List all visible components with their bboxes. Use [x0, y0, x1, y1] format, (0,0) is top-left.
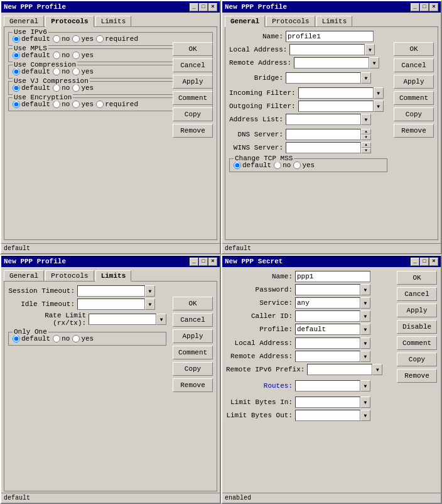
win1-encryption-yes-radio[interactable] [72, 101, 80, 108]
win1-copy-button[interactable]: Copy [173, 107, 213, 121]
win4-arrow-limitin[interactable]: ▼ [360, 397, 370, 408]
win1-remove-button[interactable]: Remove [173, 124, 213, 138]
win2-tcpmss-yes-radio[interactable] [293, 162, 301, 169]
win2-apply-button[interactable]: Apply [394, 75, 434, 89]
win3-onlyone-default-radio[interactable] [13, 335, 20, 342]
win1-compression-yes-radio[interactable] [72, 68, 80, 75]
win1-apply-button[interactable]: Apply [173, 75, 213, 89]
win3-onlyone-no-radio[interactable] [53, 335, 60, 342]
win4-input-callerid[interactable] [295, 310, 360, 322]
win3-input-idle[interactable] [77, 299, 145, 310]
win4-arrow-ipv6prefix[interactable]: ▼ [372, 364, 382, 375]
win2-tcpmss-no-radio[interactable] [274, 162, 281, 169]
win2-input-remote[interactable] [294, 57, 369, 68]
win4-disable-button[interactable]: Disable [397, 320, 437, 334]
win3-remove-button[interactable]: Remove [173, 378, 213, 392]
win1-vj-no-radio[interactable] [53, 84, 60, 92]
win3-maximize[interactable]: □ [199, 258, 208, 266]
win2-tab-limits[interactable]: Limits [316, 16, 353, 27]
win3-arrow-idle[interactable]: ▼ [145, 299, 155, 310]
win1-comment-button[interactable]: Comment [173, 91, 213, 105]
win2-input-addrlist[interactable] [286, 114, 361, 125]
win1-close[interactable]: × [208, 3, 217, 11]
win2-input-incoming[interactable] [298, 87, 374, 99]
win4-input-service[interactable] [295, 297, 360, 309]
win3-copy-button[interactable]: Copy [173, 362, 213, 376]
win4-arrow-password[interactable]: ▼ [360, 284, 370, 295]
win4-input-limitin[interactable] [295, 397, 360, 408]
win3-apply-button[interactable]: Apply [173, 329, 213, 343]
win4-comment-button[interactable]: Comment [397, 336, 437, 350]
win2-arrow-addrlist[interactable]: ▼ [361, 114, 371, 125]
win4-cancel-button[interactable]: Cancel [397, 287, 437, 301]
win4-input-name[interactable] [295, 271, 370, 282]
win2-input-bridge[interactable] [286, 72, 361, 84]
win2-spin-wins-up[interactable]: ▲ [361, 142, 371, 148]
win1-maximize[interactable]: □ [199, 3, 208, 11]
win2-arrow-bridge[interactable]: ▼ [361, 72, 371, 84]
win4-input-limitout[interactable] [295, 410, 360, 421]
win2-maximize[interactable]: □ [420, 3, 429, 11]
win3-comment-button[interactable]: Comment [173, 346, 213, 359]
win1-encryption-default-radio[interactable] [13, 101, 20, 108]
win2-tcpmss-default-radio[interactable] [234, 162, 241, 169]
win1-ok-button[interactable]: OK [173, 42, 213, 56]
win3-tab-general[interactable]: General [4, 270, 44, 282]
win4-arrow-limitout[interactable]: ▼ [360, 410, 370, 421]
win2-remove-button[interactable]: Remove [394, 124, 434, 138]
win2-ok-button[interactable]: OK [394, 42, 434, 56]
win3-cancel-button[interactable]: Cancel [173, 313, 213, 327]
win4-arrow-remoteaddr[interactable]: ▼ [360, 351, 370, 362]
win4-close[interactable]: × [429, 258, 438, 266]
win1-encryption-required-radio[interactable] [96, 101, 104, 108]
win2-spin-wins-down[interactable]: ▼ [361, 148, 371, 153]
win3-close[interactable]: × [208, 258, 217, 266]
win3-tab-protocols[interactable]: Protocols [45, 270, 94, 282]
win4-apply-button[interactable]: Apply [397, 304, 437, 317]
win2-input-outgoing[interactable] [298, 101, 374, 112]
win2-input-wins[interactable] [286, 142, 361, 153]
win2-tab-general[interactable]: General [225, 16, 265, 27]
win3-arrow-session[interactable]: ▼ [145, 285, 155, 297]
win4-arrow-routes[interactable]: ▼ [360, 380, 370, 392]
win4-ok-button[interactable]: OK [397, 271, 437, 285]
win1-vj-yes-radio[interactable] [72, 84, 80, 92]
win2-close[interactable]: × [429, 3, 438, 11]
win1-ipv6-default-radio[interactable] [13, 35, 20, 43]
win4-remove-button[interactable]: Remove [397, 369, 437, 383]
win3-tab-limits[interactable]: Limits [95, 270, 132, 282]
win4-arrow-service[interactable]: ▼ [360, 297, 370, 309]
win2-arrow-local[interactable]: ▼ [365, 44, 375, 55]
win1-mpls-default-radio[interactable] [13, 52, 20, 59]
win1-tab-general[interactable]: General [4, 16, 44, 27]
win1-compression-default-radio[interactable] [13, 68, 20, 75]
win4-maximize[interactable]: □ [420, 258, 429, 266]
win4-arrow-callerid[interactable]: ▼ [360, 310, 370, 322]
win4-minimize[interactable]: _ [411, 258, 419, 266]
win3-minimize[interactable]: _ [190, 258, 198, 266]
win1-ipv6-no-radio[interactable] [53, 35, 60, 43]
win2-spin-dns-down[interactable]: ▼ [361, 134, 371, 140]
win2-minimize[interactable]: _ [411, 3, 419, 11]
win4-input-routes[interactable] [295, 380, 360, 392]
win2-comment-button[interactable]: Comment [394, 91, 434, 105]
win4-input-password[interactable] [295, 284, 360, 295]
win4-arrow-localaddr[interactable]: ▼ [360, 337, 370, 349]
win3-input-session[interactable] [77, 285, 145, 297]
win1-minimize[interactable]: _ [190, 3, 198, 11]
win2-spin-dns-up[interactable]: ▲ [361, 129, 371, 134]
win4-input-profile[interactable] [295, 324, 360, 335]
win2-tab-protocols[interactable]: Protocols [266, 16, 315, 27]
win1-encryption-no-radio[interactable] [53, 101, 60, 108]
win1-mpls-yes-radio[interactable] [72, 52, 80, 59]
win3-input-rate[interactable] [89, 314, 156, 325]
win1-mpls-no-radio[interactable] [53, 52, 60, 59]
win4-copy-button[interactable]: Copy [397, 353, 437, 366]
win2-arrow-remote[interactable]: ▼ [369, 57, 379, 68]
win4-arrow-profile[interactable]: ▼ [360, 324, 370, 335]
win1-vj-default-radio[interactable] [13, 84, 20, 92]
win2-arrow-outgoing[interactable]: ▼ [374, 101, 384, 112]
win1-ipv6-yes-radio[interactable] [72, 35, 80, 43]
win3-arrow-rate[interactable]: ▼ [156, 314, 166, 325]
win3-ok-button[interactable]: OK [173, 297, 213, 310]
